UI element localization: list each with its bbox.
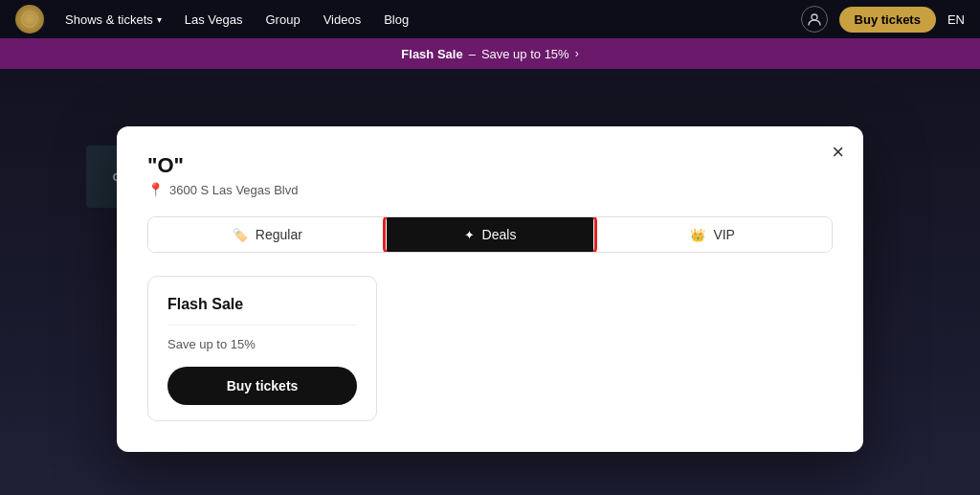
- flash-sale-label: Flash Sale: [401, 47, 462, 61]
- flash-banner-arrow-icon: ›: [575, 47, 579, 60]
- tab-regular[interactable]: 🏷️ Regular: [148, 217, 387, 252]
- chevron-down-icon: ▾: [157, 14, 162, 25]
- nav-right: Buy tickets EN: [801, 6, 965, 33]
- navbar: Shows & tickets ▾ Las Vegas Group Videos…: [0, 0, 980, 38]
- language-selector[interactable]: EN: [947, 12, 965, 27]
- nav-group[interactable]: Group: [256, 9, 309, 31]
- nav-shows-tickets[interactable]: Shows & tickets ▾: [56, 9, 171, 31]
- tab-regular-label: Regular: [256, 227, 302, 242]
- tab-deals-label: Deals: [482, 227, 517, 242]
- tag-icon: 🏷️: [233, 228, 248, 242]
- svg-point-1: [812, 14, 817, 20]
- nav-buy-tickets-button[interactable]: Buy tickets: [839, 7, 936, 33]
- logo[interactable]: [15, 5, 44, 34]
- modal-overlay: × "O" 📍 3600 S Las Vegas Blvd 🏷️ Regular…: [0, 69, 980, 495]
- modal-title: "O": [147, 153, 833, 178]
- flash-sale-banner[interactable]: Flash Sale – Save up to 15% ›: [0, 38, 980, 69]
- sun-icon: ✦: [464, 228, 475, 242]
- deal-card-title: Flash Sale: [167, 296, 357, 326]
- deal-buy-tickets-button[interactable]: Buy tickets: [167, 367, 357, 405]
- ticket-modal: × "O" 📍 3600 S Las Vegas Blvd 🏷️ Regular…: [117, 126, 863, 452]
- nav-items: Shows & tickets ▾ Las Vegas Group Videos…: [56, 9, 801, 31]
- user-account-icon[interactable]: [801, 6, 828, 33]
- tab-vip-label: VIP: [713, 227, 735, 242]
- tab-vip[interactable]: 👑 VIP: [593, 217, 832, 252]
- crown-icon: 👑: [690, 228, 705, 242]
- tab-deals[interactable]: ✦ Deals: [387, 217, 594, 252]
- deal-card-description: Save up to 15%: [167, 337, 357, 351]
- flash-banner-separator: –: [469, 47, 476, 61]
- modal-close-button[interactable]: ×: [832, 142, 844, 163]
- nav-blog[interactable]: Blog: [374, 9, 418, 31]
- deal-card: Flash Sale Save up to 15% Buy tickets: [147, 276, 377, 421]
- location-pin-icon: 📍: [147, 182, 164, 197]
- modal-address: 📍 3600 S Las Vegas Blvd: [147, 182, 833, 197]
- modal-address-text: 3600 S Las Vegas Blvd: [169, 183, 298, 197]
- ticket-tabs: 🏷️ Regular ✦ Deals 👑 VIP: [147, 216, 833, 253]
- nav-las-vegas[interactable]: Las Vegas: [175, 9, 253, 31]
- nav-videos[interactable]: Videos: [314, 9, 371, 31]
- flash-banner-description: Save up to 15%: [481, 47, 569, 61]
